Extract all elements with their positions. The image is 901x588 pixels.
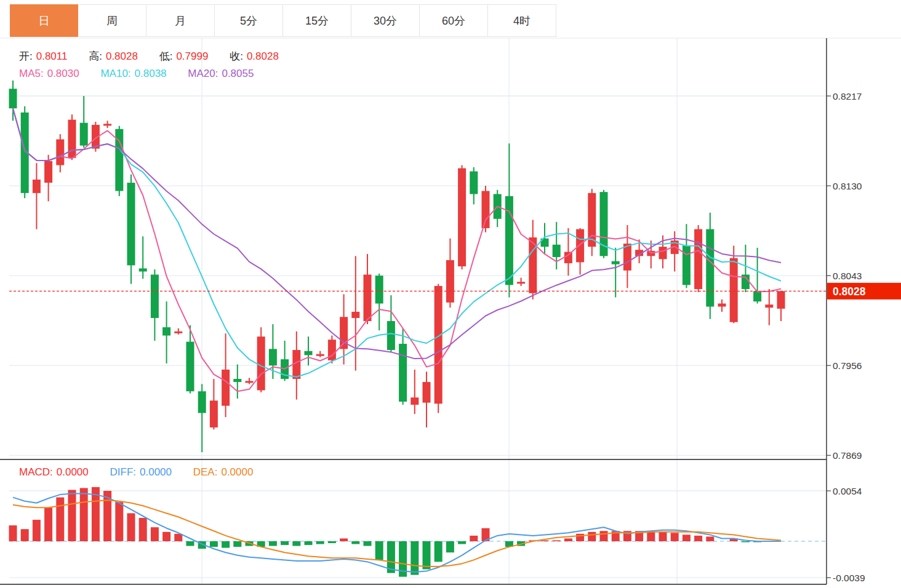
- candle-body[interactable]: [364, 274, 372, 321]
- candle-body[interactable]: [351, 312, 359, 318]
- candle-body[interactable]: [222, 370, 230, 406]
- candle-wick: [544, 223, 545, 254]
- ma-readout: MA5:0.8030 MA10:0.8038 MA20:0.8055: [19, 68, 257, 80]
- macd-bar: [423, 541, 431, 570]
- ma10-value: 0.8038: [135, 68, 167, 79]
- macd-bar: [375, 541, 383, 560]
- tab-day[interactable]: 日: [10, 4, 78, 37]
- macd-bar: [9, 525, 17, 541]
- macd-bar: [694, 536, 702, 541]
- macd-bar: [553, 540, 561, 541]
- candle-body[interactable]: [139, 268, 147, 271]
- candle-wick: [142, 236, 143, 279]
- candle-body[interactable]: [103, 124, 111, 125]
- macd-bar: [706, 536, 714, 541]
- candle-body[interactable]: [446, 260, 454, 303]
- candle-body[interactable]: [174, 332, 182, 333]
- low-value: 0.7999: [176, 50, 208, 62]
- candle-body[interactable]: [730, 258, 738, 322]
- macd-bar: [292, 541, 300, 546]
- candle-body[interactable]: [659, 247, 667, 259]
- candle-body[interactable]: [316, 354, 324, 356]
- tab-week[interactable]: 周: [78, 4, 146, 37]
- candle-body[interactable]: [210, 400, 218, 427]
- candle-body[interactable]: [423, 382, 431, 403]
- candle-body[interactable]: [718, 303, 726, 306]
- candle-body[interactable]: [44, 161, 52, 183]
- candle-body[interactable]: [198, 391, 206, 413]
- diff-value: 0.0000: [140, 466, 172, 478]
- high-value: 0.8028: [106, 50, 138, 62]
- candle-body[interactable]: [683, 245, 691, 285]
- dea-value: 0.0000: [221, 466, 253, 478]
- macd-bar: [233, 541, 241, 547]
- macd-tick-label: -0.0039: [833, 573, 865, 583]
- macd-bar: [210, 541, 218, 547]
- macd-bar: [410, 541, 418, 575]
- kline-chart-canvas[interactable]: 0.82170.81300.80430.79560.78690.0054-0.0…: [0, 0, 901, 588]
- candle-body[interactable]: [233, 379, 241, 382]
- tab-30min[interactable]: 30分: [351, 4, 420, 37]
- candle-body[interactable]: [387, 321, 395, 350]
- macd-bar: [340, 538, 348, 541]
- price-axis: 0.82170.81300.80430.79560.78690.0054-0.0…: [827, 91, 865, 583]
- tab-15min[interactable]: 15分: [283, 4, 351, 37]
- candle-body[interactable]: [564, 252, 572, 263]
- candle-body[interactable]: [470, 172, 478, 194]
- macd-bar: [174, 534, 182, 541]
- candle-body[interactable]: [305, 351, 313, 356]
- candle-body[interactable]: [56, 140, 64, 165]
- price-tick-label: 0.8130: [833, 181, 862, 191]
- candle-body[interactable]: [186, 342, 194, 392]
- tab-60min[interactable]: 60分: [420, 4, 488, 37]
- open-value: 0.8011: [36, 50, 68, 62]
- candle-body[interactable]: [80, 123, 88, 146]
- candle-body[interactable]: [399, 344, 407, 402]
- macd-bar: [139, 518, 147, 541]
- candle-body[interactable]: [33, 180, 41, 193]
- candle-body[interactable]: [458, 169, 466, 266]
- tab-5min[interactable]: 5分: [215, 4, 283, 37]
- candle-body[interactable]: [246, 381, 254, 383]
- candle-body[interactable]: [612, 261, 620, 264]
- candle-body[interactable]: [269, 349, 277, 365]
- candle-body[interactable]: [375, 276, 383, 303]
- open-label: 开:: [19, 50, 33, 62]
- macd-tick-label: 0.0054: [833, 486, 862, 496]
- kline-widget: 0.82170.81300.80430.79560.78690.0054-0.0…: [0, 0, 901, 588]
- macd-value: 0.0000: [57, 466, 89, 478]
- ma20-value: 0.8055: [222, 68, 254, 79]
- candle-body[interactable]: [706, 229, 714, 307]
- last-price-tag-value: 0.8028: [833, 285, 866, 298]
- dea-label: DEA:: [193, 466, 218, 478]
- candle-body[interactable]: [162, 327, 170, 335]
- candle-body[interactable]: [482, 191, 490, 228]
- candle-body[interactable]: [553, 245, 561, 257]
- candle-body[interactable]: [127, 183, 135, 265]
- macd-bar: [470, 536, 478, 541]
- candle-body[interactable]: [517, 282, 525, 284]
- macd-bar: [33, 520, 41, 541]
- candle-body[interactable]: [151, 274, 159, 318]
- tab-month[interactable]: 月: [146, 4, 215, 37]
- candle-body[interactable]: [777, 291, 785, 309]
- candle-body[interactable]: [576, 229, 584, 263]
- tab-4hour[interactable]: 4时: [488, 4, 556, 37]
- candle-body[interactable]: [765, 304, 773, 308]
- macd-bar: [151, 527, 159, 541]
- candle-body[interactable]: [9, 89, 17, 108]
- candle-body[interactable]: [257, 336, 265, 390]
- ma5-value: 0.8030: [47, 68, 79, 79]
- candle-wick: [414, 370, 415, 414]
- macd-bar: [564, 538, 572, 541]
- candle-wick: [615, 248, 616, 298]
- candle-body[interactable]: [753, 291, 761, 301]
- candle-body[interactable]: [505, 196, 513, 285]
- low-label: 低:: [159, 50, 173, 62]
- candle-body[interactable]: [410, 397, 418, 405]
- diff-label: DIFF:: [110, 466, 137, 478]
- ohlc-readout: 开:0.8011 高:0.8028 低:0.7999 收:0.8028: [19, 49, 282, 63]
- candle-body[interactable]: [434, 286, 442, 403]
- candle-body[interactable]: [694, 229, 702, 289]
- price-tick-label: 0.8043: [833, 271, 862, 281]
